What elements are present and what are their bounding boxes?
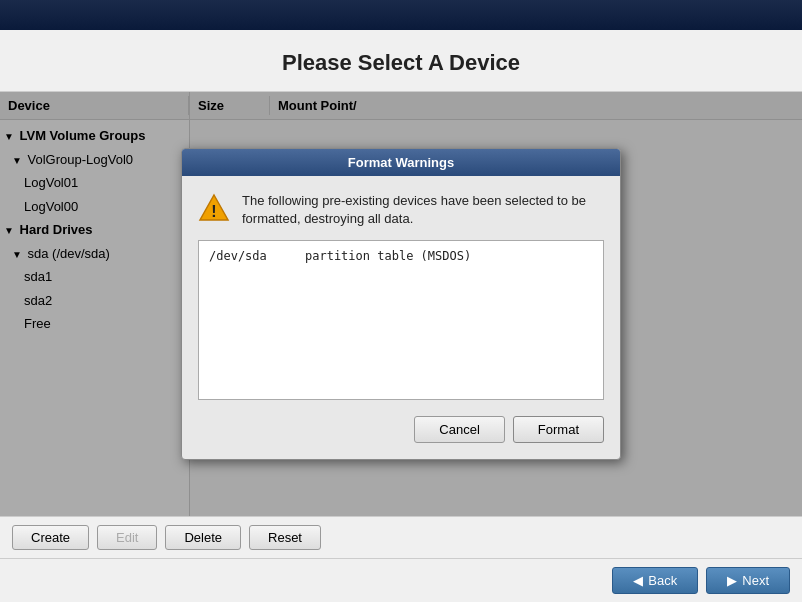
create-button[interactable]: Create — [12, 525, 89, 550]
back-button[interactable]: ◀ Back — [612, 567, 698, 594]
body-area: 读写 Device ▼ LVM Volume Groups ▼ VolGroup… — [0, 92, 802, 516]
main-content: Please Select A Device 读写 Device ▼ LVM V… — [0, 30, 802, 602]
dialog-titlebar: Format Warnings — [182, 149, 620, 176]
page-title: Please Select A Device — [10, 50, 792, 76]
format-button[interactable]: Format — [513, 416, 604, 443]
back-label: Back — [648, 573, 677, 588]
nav-buttons-row: ◀ Back ▶ Next — [0, 558, 802, 602]
dialog-body: ! The following pre-existing devices hav… — [182, 176, 620, 459]
format-warnings-dialog: Format Warnings ! The following pre-exis… — [181, 148, 621, 460]
dialog-device-value: /dev/sda — [209, 249, 289, 263]
cancel-button[interactable]: Cancel — [414, 416, 504, 443]
next-label: Next — [742, 573, 769, 588]
dialog-message-row: ! The following pre-existing devices hav… — [198, 192, 604, 228]
dialog-message-text: The following pre-existing devices have … — [242, 192, 604, 228]
next-button[interactable]: ▶ Next — [706, 567, 790, 594]
dialog-list-row: /dev/sda partition table (MSDOS) — [205, 247, 597, 265]
bottom-toolbar: Create Edit Delete Reset — [0, 516, 802, 558]
edit-button[interactable]: Edit — [97, 525, 157, 550]
delete-button[interactable]: Delete — [165, 525, 241, 550]
back-arrow-icon: ◀ — [633, 573, 643, 588]
next-arrow-icon: ▶ — [727, 573, 737, 588]
page-title-section: Please Select A Device — [0, 30, 802, 92]
dialog-desc-value: partition table (MSDOS) — [305, 249, 471, 263]
warning-icon: ! — [198, 192, 230, 224]
dialog-buttons: Cancel Format — [198, 416, 604, 443]
reset-button[interactable]: Reset — [249, 525, 321, 550]
svg-text:!: ! — [211, 203, 216, 220]
top-bar — [0, 0, 802, 30]
modal-overlay: Format Warnings ! The following pre-exis… — [0, 92, 802, 516]
dialog-list-area: /dev/sda partition table (MSDOS) — [198, 240, 604, 400]
